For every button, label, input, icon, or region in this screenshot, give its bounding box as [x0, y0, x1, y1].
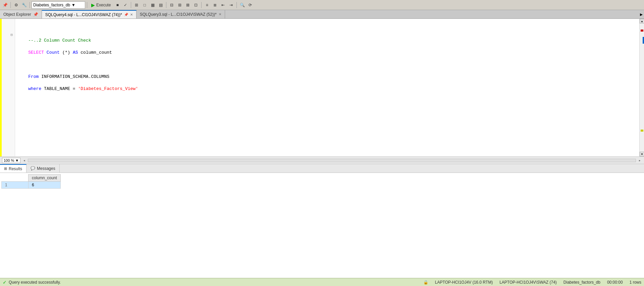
lock-icon: 🔒: [423, 280, 428, 285]
status-message: Query executed successfully.: [9, 280, 61, 285]
code-editor[interactable]: --..2 Column Count Check SELECT Count (*…: [15, 19, 639, 156]
toolbar-pin-icon[interactable]: 📌: [1, 1, 9, 9]
status-rows: 1 rows: [630, 280, 641, 285]
sqlquery4-close[interactable]: ✕: [130, 13, 133, 16]
results-tab-label: Results: [9, 166, 22, 171]
table-header-row: column_count: [2, 175, 61, 182]
zoom-arrow-icon: ▼: [15, 158, 19, 162]
toolbar-icon-2[interactable]: 🔧: [20, 1, 28, 9]
scroll-up-btn[interactable]: ▲: [640, 19, 644, 23]
row-number-1: 1: [2, 182, 29, 189]
toolbar-icon-16[interactable]: ⟳: [247, 1, 254, 9]
results-tabs: ⊞ Results 💬 Messages: [0, 164, 644, 173]
editor-area: ⊟ --..2 Column Count Check SELECT Count …: [0, 19, 644, 156]
zoom-dropdown[interactable]: 100 % ▼: [2, 158, 20, 163]
gutter-line-fold[interactable]: ⊟: [2, 32, 15, 38]
status-bar: ✓ Query executed successfully. 🔒 LAPTOP-…: [0, 278, 644, 286]
editor-scrollbar[interactable]: ▲ ▼: [639, 19, 644, 156]
toolbar-icon-5[interactable]: ▦: [149, 1, 156, 9]
toolbar-icon-14[interactable]: ⇥: [227, 1, 235, 9]
execute-play-icon: ▶: [91, 2, 95, 8]
toolbar-icon-9[interactable]: ⊠: [184, 1, 192, 9]
scrollbar-thumb-blue: [643, 37, 644, 44]
database-dropdown[interactable]: Diabetes_factors_db ▼: [32, 1, 85, 9]
tab-messages[interactable]: 💬 Messages: [26, 164, 60, 173]
toolbar-icon-1[interactable]: ⚙: [12, 1, 20, 9]
toolbar-sep-4: [131, 2, 131, 8]
toolbar-icon-3[interactable]: ⊞: [133, 1, 140, 9]
execute-button[interactable]: ▶ Execute: [89, 1, 113, 9]
results-panel: ⊞ Results 💬 Messages column_count 1: [0, 164, 644, 278]
toolbar-sep-3: [87, 2, 87, 8]
code-line-4: [18, 62, 637, 68]
h-scroll-left-btn[interactable]: ◂: [22, 158, 26, 163]
gutter-line-6: [2, 50, 15, 56]
toolbar-sep-5: [166, 2, 166, 8]
toolbar-icon-12[interactable]: ≣: [211, 1, 219, 9]
status-right: 🔒 LAPTOP-HCI1OJ4V (16.0 RTM) LAPTOP-HCI1…: [423, 280, 641, 285]
tab-sqlquery4[interactable]: SQLQuery4.sql - L...CI1OJ4V\SWAZ (74))* …: [42, 10, 137, 18]
code-line-5: From INFORMATION_SCHEMA.COLUMNS: [18, 74, 637, 80]
object-explorer-label: Object Explorer: [3, 12, 31, 17]
object-explorer-pin: 📌: [33, 12, 38, 17]
toolbar-icon-15[interactable]: 🔍: [238, 1, 246, 9]
toolbar-icon-4[interactable]: □: [141, 1, 148, 9]
check-btn[interactable]: ✓: [122, 1, 129, 9]
column-count-header: column_count: [29, 175, 61, 182]
execute-label: Execute: [96, 3, 111, 7]
dropdown-arrow-icon: ▼: [71, 3, 75, 7]
status-check-icon: ✓: [3, 280, 7, 285]
zoom-value: 100 %: [4, 158, 14, 162]
code-line-6: where TABLE_NAME = 'Diabetes_Factors_Vie…: [18, 86, 637, 92]
status-server: LAPTOP-HCI1OJ4V (16.0 RTM): [435, 280, 493, 285]
tab-bar: Object Explorer 📌 SQLQuery4.sql - L...CI…: [0, 10, 644, 19]
results-grid-icon: ⊞: [4, 166, 7, 171]
h-scroll-right-btn[interactable]: ▸: [637, 158, 642, 163]
tab-sqlquery3[interactable]: SQLQuery3.sql - L...CI1OJ4V\SWAZ (52))* …: [137, 10, 225, 18]
toolbar-icon-13[interactable]: ⇤: [219, 1, 227, 9]
code-line-1: [18, 26, 637, 32]
line-gutter: ⊟: [2, 19, 15, 156]
h-scrollbar-track[interactable]: [28, 159, 636, 162]
gutter-line-1: [2, 19, 15, 26]
scrollbar-marker-red: [641, 30, 643, 32]
toolbar-sep-7: [236, 2, 237, 8]
table-row[interactable]: 1 6: [2, 182, 61, 189]
scrollbar-marker-yellow: [641, 130, 643, 132]
toolbar-icon-6[interactable]: ▤: [157, 1, 164, 9]
results-content: column_count 1 6: [0, 173, 644, 278]
tab-object-explorer[interactable]: Object Explorer 📌: [0, 10, 42, 18]
status-connection: LAPTOP-HCI1OJ4V\SWAZ (74): [499, 280, 557, 285]
toolbar-icon-8[interactable]: ⊞: [176, 1, 183, 9]
tab-results[interactable]: ⊞ Results: [0, 164, 26, 173]
toolbar-icon-11[interactable]: ≡: [203, 1, 211, 9]
yellow-left-border: [0, 19, 2, 156]
toolbar-icon-10[interactable]: ⊡: [192, 1, 200, 9]
gutter-line-2: [2, 26, 15, 32]
code-line-2: --..2 Column Count Check: [18, 38, 637, 44]
row-num-header: [2, 175, 29, 182]
main-area: ⊟ --..2 Column Count Check SELECT Count …: [0, 19, 644, 278]
sqlquery4-pin: 📌: [124, 13, 128, 16]
status-database: Diabetes_factors_db: [564, 280, 600, 285]
messages-tab-label: Messages: [37, 166, 55, 171]
sqlquery3-close[interactable]: ✕: [219, 12, 221, 16]
gutter-line-5: [2, 44, 15, 50]
messages-icon: 💬: [31, 166, 35, 171]
stop-btn[interactable]: ■: [114, 1, 121, 9]
column-count-value: 6: [29, 182, 61, 189]
toolbar-icon-7[interactable]: ⊟: [168, 1, 175, 9]
zoom-bar: 100 % ▼ ◂ ▸: [0, 156, 644, 164]
code-line-3: SELECT Count (*) AS column_count: [18, 50, 637, 56]
database-name: Diabetes_factors_db: [33, 3, 70, 7]
toolbar: 📌 ⚙ 🔧 Diabetes_factors_db ▼ ▶ Execute ■ …: [0, 0, 644, 10]
results-table: column_count 1 6: [1, 174, 61, 189]
scroll-down-btn[interactable]: ▼: [640, 152, 644, 156]
gutter-line-4: [2, 38, 15, 44]
sqlquery3-label: SQLQuery3.sql - L...CI1OJ4V\SWAZ (52))*: [140, 12, 217, 17]
toolbar-sep-2: [30, 2, 30, 8]
tab-bar-scroll-right[interactable]: ▸: [639, 10, 644, 18]
toolbar-sep-1: [10, 2, 11, 8]
toolbar-sep-6: [201, 2, 202, 8]
scrollbar-track[interactable]: [640, 23, 644, 152]
